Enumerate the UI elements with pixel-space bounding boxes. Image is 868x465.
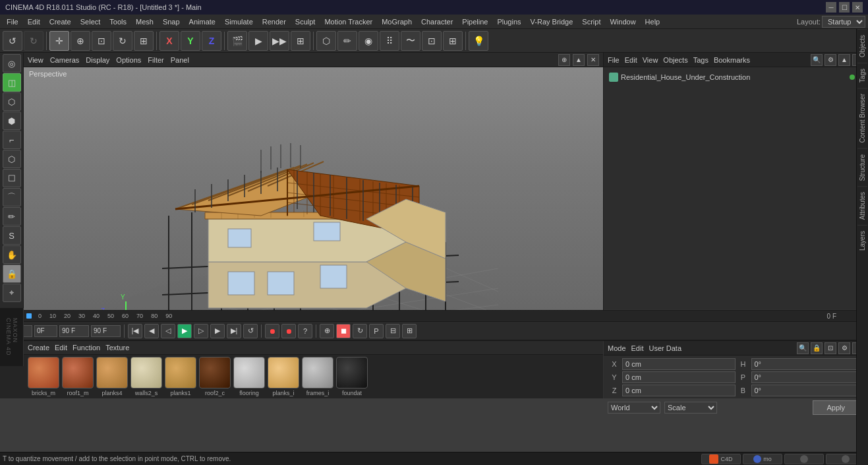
frame-end-input[interactable] [59,325,89,337]
viewport-canvas[interactable]: Perspective [24,67,603,310]
render-multi-button[interactable]: ⊞ [291,31,310,51]
menu-file[interactable]: File [3,16,22,27]
viewport-menu-options[interactable]: Options [116,56,141,64]
goto-end-button[interactable]: ▶| [227,324,241,338]
taskbar-blank1[interactable] [784,454,824,464]
tool-mode-button[interactable]: ◎ [3,54,21,73]
material-preview-button[interactable]: ◉ [359,31,378,51]
frame-fps-input[interactable] [91,325,121,337]
materials-function-menu[interactable]: Function [72,344,100,352]
material-swatch-foundat[interactable]: foundat [336,357,368,396]
viewport-maximize-button[interactable]: ⊕ [558,54,570,66]
record-button[interactable]: ⏺ [265,324,279,338]
light-button[interactable]: 💡 [469,31,488,51]
tool-grab-button[interactable]: ✋ [3,245,21,264]
viewport-menu-panel[interactable]: Panel [171,56,189,64]
viewport-menu-view[interactable]: View [28,56,43,64]
material-swatch-roof1[interactable]: roof1_m [62,357,94,396]
tab-objects[interactable]: Objects [857,29,867,63]
x-axis-button[interactable]: X [159,31,179,51]
objects-edit-menu[interactable]: Edit [625,56,637,64]
tab-attributes[interactable]: Attributes [857,186,867,225]
menu-window[interactable]: Window [606,16,639,27]
attrs-settings-button[interactable]: ⚙ [838,342,850,354]
material-swatch-planks-i[interactable]: planks_i [268,357,299,396]
step-forward-button[interactable]: ▷ [194,324,208,338]
step-back-button[interactable]: ◁ [161,324,175,338]
viewport-expand-button[interactable]: ▲ [573,54,585,66]
menu-script[interactable]: Script [578,16,604,27]
material-swatch-roof2[interactable]: roof2_c [199,357,231,396]
attrs-lock-button[interactable]: 🔒 [811,342,823,354]
viewport-menu-display[interactable]: Display [86,56,109,64]
menu-tools[interactable]: Tools [105,16,130,27]
menu-create[interactable]: Create [45,16,75,27]
material-swatch-bricks[interactable]: bricks_m [28,357,59,396]
objects-expand-button[interactable]: ▲ [838,54,850,66]
tool-pen-button[interactable]: ✏ [3,207,21,226]
tab-layers[interactable]: Layers [857,225,867,256]
b-rot-input[interactable] [751,385,865,396]
auto-record-button[interactable]: ⏺ [281,324,296,338]
spline-button[interactable]: 〜 [401,31,420,51]
objects-bookmarks-menu[interactable]: Bookmarks [714,56,750,64]
attrs-expand-button[interactable]: ⊡ [825,342,836,354]
materials-texture-menu[interactable]: Texture [105,344,129,352]
x-pos-input[interactable] [622,358,736,370]
objects-file-menu[interactable]: File [608,56,620,64]
move-key-button[interactable]: ⊕ [320,324,334,338]
menu-render[interactable]: Render [258,16,290,27]
coord-space-select[interactable]: World Object [608,402,660,414]
apply-button[interactable]: Apply [813,400,859,415]
camera-button[interactable]: 🎬 [227,31,247,51]
attrs-search-button[interactable]: 🔍 [797,342,809,354]
goto-start-button[interactable]: |◀ [128,324,142,338]
camera2-button[interactable]: ⊡ [422,31,442,51]
transform-mode-select[interactable]: Scale Move Rotate [664,402,717,414]
rotate-tool-button[interactable]: ↻ [113,31,132,51]
menu-select[interactable]: Select [76,16,105,27]
cube-view-button[interactable]: ⬡ [316,31,336,51]
render-button[interactable]: ▶▶ [270,31,289,51]
menu-snap[interactable]: Snap [159,16,184,27]
materials-create-menu[interactable]: Create [28,344,49,352]
tool-s-button[interactable]: S [3,226,21,245]
dots-button[interactable]: ⠿ [380,31,399,51]
select-tool-button[interactable]: ✛ [49,31,69,51]
tool-edge-button[interactable]: ⌐ [3,131,21,149]
undo-button[interactable]: ↺ [3,31,22,51]
z-pos-input[interactable] [622,385,736,396]
menu-help[interactable]: Help [641,16,664,27]
rotate-key-button[interactable]: ↻ [353,324,367,338]
minimize-button[interactable]: ─ [826,2,836,13]
menu-vray[interactable]: V-Ray Bridge [527,16,577,27]
p-rot-input[interactable] [751,371,865,383]
menu-animate[interactable]: Animate [185,16,219,27]
tab-tags[interactable]: Tags [857,63,867,88]
attrs-mode-menu[interactable]: Mode [608,344,626,352]
menu-mesh[interactable]: Mesh [132,16,158,27]
material-swatch-frames[interactable]: frames_i [302,357,333,396]
viewport-menu-cameras[interactable]: Cameras [50,56,80,64]
scale-tool-button[interactable]: ⊡ [92,31,111,51]
prev-frame-button[interactable]: ◀ [144,324,159,338]
tool-lock-button[interactable]: 🔒 [3,264,21,283]
menu-plugins[interactable]: Plugins [493,16,525,27]
object-visibility-dot[interactable] [850,75,855,80]
objects-tags-menu[interactable]: Tags [693,56,709,64]
render-preview-button[interactable]: ▶ [248,31,268,51]
attrs-userdata-menu[interactable]: User Data [649,344,682,352]
layout-select[interactable]: Startup [822,16,865,28]
y-pos-input[interactable] [622,371,736,383]
objects-settings-button[interactable]: ⚙ [825,54,836,66]
timeline-cursor[interactable] [26,313,32,319]
material-swatch-flooring[interactable]: flooring [233,357,265,396]
tool-mesh-button[interactable]: ⬡ [3,92,21,111]
key-mode-button[interactable]: ◼ [336,324,351,338]
y-axis-button[interactable]: Y [181,31,200,51]
attrs-edit-menu[interactable]: Edit [631,344,644,352]
objects-objects-menu[interactable]: Objects [663,56,687,64]
render2-button[interactable]: ⊞ [443,31,463,51]
tab-structure[interactable]: Structure [857,148,867,187]
objects-view-menu[interactable]: View [643,56,658,64]
